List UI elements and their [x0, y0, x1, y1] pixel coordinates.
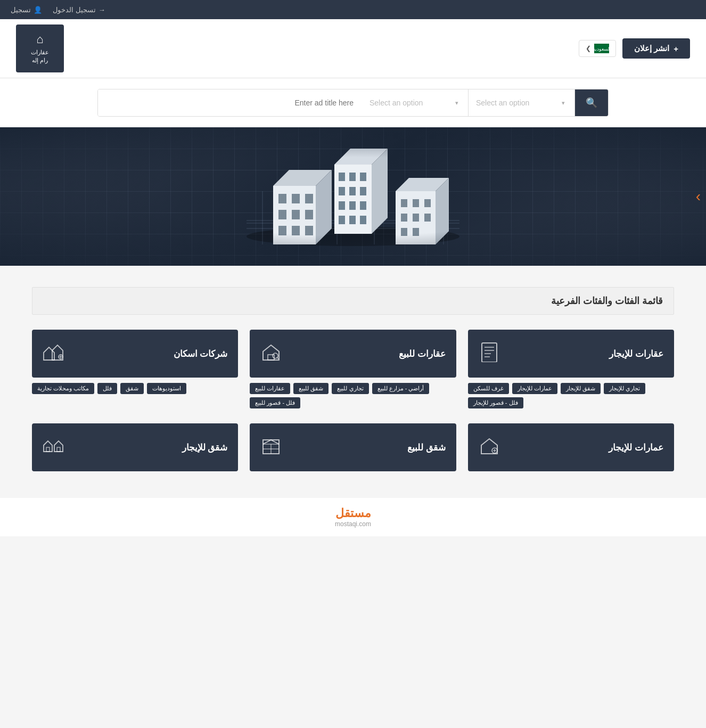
- cat-tag[interactable]: أراضي - مزارع للبيع: [372, 383, 430, 394]
- categories-header: قائمة الفئات والفئات الفرعية: [32, 287, 674, 315]
- cat-column-1: عقارات للإيجار تجاري للإيجار شقق للإيجار…: [468, 330, 674, 418]
- login-label: تسجيل الدخول: [53, 6, 96, 14]
- svg-rect-68: [46, 447, 50, 452]
- cat-card-apartments-rent-title: شقق للإيجار: [182, 442, 228, 453]
- cat-card-apartments-sale[interactable]: شقق للبيع: [250, 423, 456, 471]
- cat-card-buildings-rent[interactable]: عمارات للإيجار: [468, 423, 674, 471]
- cat-tag[interactable]: تجاري للإيجار: [604, 383, 645, 394]
- select1-chevron-icon: ▾: [562, 100, 565, 107]
- select1-placeholder: Select an option: [476, 99, 529, 107]
- cat-tag[interactable]: عقارات للبيع: [250, 383, 290, 394]
- cat-tag[interactable]: فلل - قصور للإيجار: [468, 397, 523, 408]
- search-bar: 🔍 ▾ Select an option ▾ Select an option: [97, 89, 609, 117]
- logo-icon: ⌂: [36, 32, 43, 46]
- cat-card-rent[interactable]: عقارات للإيجار: [468, 330, 674, 378]
- cat-card-buildings-rent-title: عمارات للإيجار: [609, 442, 663, 453]
- category-select-2[interactable]: ▾ Select an option: [362, 89, 469, 116]
- search-section: 🔍 ▾ Select an option ▾ Select an option: [0, 78, 706, 127]
- cat-card-sale-icon: [260, 341, 282, 366]
- cat-tag[interactable]: مكاتب ومحلات تجارية: [32, 383, 94, 394]
- footer: مستقل mostaqi.com: [0, 498, 706, 536]
- categories-grid-row2: عمارات للإيجار شقق للبيع: [32, 423, 674, 471]
- cat-column-5: شقق للبيع: [250, 423, 456, 471]
- footer-brand: مستقل: [9, 506, 697, 520]
- header-actions: + انشر إعلان السعودية ❯: [579, 38, 690, 59]
- footer-brand-text: مستقل: [335, 506, 371, 520]
- cat-card-sale[interactable]: عقارات للبيع: [250, 330, 456, 378]
- saudi-flag-icon: السعودية: [594, 44, 609, 53]
- site-logo[interactable]: ⌂ عقارات رام إله: [16, 24, 64, 72]
- cat-column-6: شقق للإيجار: [32, 423, 238, 471]
- categories-section: قائمة الفئات والفئات الفرعية عقارات للإي…: [0, 266, 706, 498]
- hero-banner: ›: [0, 127, 706, 266]
- cat-tag[interactable]: غرف للسكن: [468, 383, 509, 394]
- cat-tag[interactable]: تجاري للبيع: [332, 383, 368, 394]
- cat-tags-housing: استوديوهات شقق فلل مكاتب ومحلات تجارية: [32, 383, 238, 394]
- footer-url: mostaqi.com: [9, 520, 697, 528]
- header: + انشر إعلان السعودية ❯ ⌂ عقارات رام إله: [0, 19, 706, 78]
- cat-tag[interactable]: عمارات للإيجار: [512, 383, 557, 394]
- cat-card-apartments-rent[interactable]: شقق للإيجار: [32, 423, 238, 471]
- login-btn[interactable]: → تسجيل الدخول: [53, 6, 105, 14]
- cat-card-rent-icon: [479, 341, 500, 366]
- search-button[interactable]: 🔍: [575, 89, 608, 116]
- cat-card-housing-icon: [43, 341, 64, 366]
- publish-button[interactable]: + انشر إعلان: [622, 38, 690, 59]
- cat-tags-rent: تجاري للإيجار شقق للإيجار عمارات للإيجار…: [468, 383, 674, 408]
- cat-tags-sale: أراضي - مزارع للبيع تجاري للبيع شقق للبي…: [250, 383, 456, 408]
- svg-rect-69: [57, 447, 60, 452]
- hero-chevron-right-icon[interactable]: ›: [696, 188, 701, 205]
- svg-text:السعودية: السعودية: [594, 46, 609, 52]
- cat-card-housing-title: شركات اسكان: [174, 348, 228, 359]
- register-label: تسجيل: [11, 6, 31, 14]
- category-select-1[interactable]: ▾ Select an option: [469, 89, 575, 116]
- cat-tag[interactable]: فلل - قصور للبيع: [250, 397, 300, 408]
- search-input[interactable]: [98, 89, 362, 116]
- hero-overlay: [0, 127, 706, 266]
- cat-card-buildings-rent-icon: [479, 435, 500, 460]
- publish-icon: +: [674, 44, 678, 53]
- svg-line-57: [277, 357, 278, 359]
- cat-card-apartments-rent-icon: [43, 435, 64, 460]
- cat-card-sale-title: عقارات للبيع: [399, 348, 446, 359]
- language-selector[interactable]: السعودية ❯: [579, 40, 616, 57]
- search-icon: 🔍: [586, 97, 597, 109]
- cat-column-4: عمارات للإيجار: [468, 423, 674, 471]
- logo-text: عقارات رام إله: [31, 48, 49, 65]
- select2-placeholder: Select an option: [370, 99, 423, 107]
- register-icon: 👤: [34, 6, 42, 14]
- cat-tag[interactable]: فلل: [97, 383, 117, 394]
- cat-tag[interactable]: شقق للبيع: [293, 383, 329, 394]
- cat-column-2: عقارات للبيع أراضي - مزارع للبيع تجاري ل…: [250, 330, 456, 418]
- cat-tag[interactable]: شقق: [120, 383, 144, 394]
- cat-tag[interactable]: استوديوهات: [147, 383, 186, 394]
- cat-card-rent-title: عقارات للإيجار: [609, 348, 663, 359]
- flag-chevron-icon: ❯: [586, 45, 591, 52]
- publish-label: انشر إعلان: [634, 44, 669, 53]
- cat-column-3: شركات اسكان استوديوهات شقق فلل مكاتب ومح…: [32, 330, 238, 418]
- cat-tag[interactable]: شقق للإيجار: [561, 383, 601, 394]
- categories-title: قائمة الفئات والفئات الفرعية: [43, 295, 663, 307]
- top-nav: → تسجيل الدخول 👤 تسجيل: [0, 0, 706, 19]
- register-btn[interactable]: 👤 تسجيل: [11, 6, 42, 14]
- cat-card-housing[interactable]: شركات اسكان: [32, 330, 238, 378]
- select2-chevron-icon: ▾: [455, 100, 458, 107]
- cat-card-apartments-sale-title: شقق للبيع: [407, 442, 446, 453]
- login-icon: →: [98, 6, 105, 14]
- cat-card-apartments-sale-icon: [260, 435, 282, 460]
- svg-rect-50: [482, 343, 497, 362]
- categories-grid-row1: عقارات للإيجار تجاري للإيجار شقق للإيجار…: [32, 330, 674, 418]
